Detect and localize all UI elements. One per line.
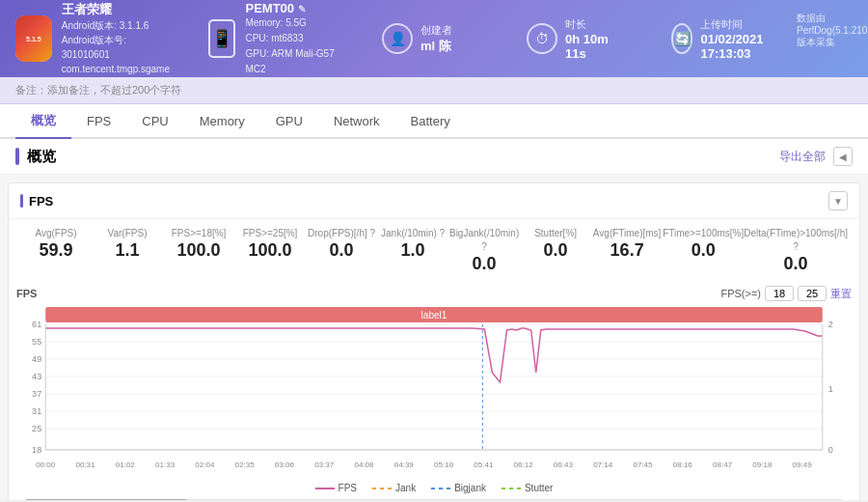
fps-title: FPS: [20, 194, 53, 209]
fps-threshold-input-1[interactable]: [765, 286, 794, 301]
svg-text:61: 61: [32, 320, 41, 329]
fps-title-text: FPS: [29, 194, 53, 209]
collapse-button[interactable]: ◀: [833, 147, 853, 166]
stat-col-value: 0.0: [663, 240, 744, 261]
device-gpu: GPU: ARM Mali-G57 MC2: [245, 46, 343, 77]
stat-col: Drop(FPS)[/h] ?0.0: [306, 227, 377, 274]
legend-stutter: Stutter: [502, 483, 553, 493]
tab-fps[interactable]: FPS: [71, 106, 126, 138]
stat-col: BigJank(/10min) ?0.0: [448, 227, 520, 274]
svg-text:06:43: 06:43: [554, 460, 574, 469]
fps-threshold-label: FPS(>=): [720, 288, 761, 299]
phone-icon: 📱: [208, 19, 235, 58]
stat-col-label: Stutter[%]: [520, 227, 591, 240]
svg-text:25: 25: [32, 424, 41, 433]
stat-col-value: 100.0: [163, 240, 234, 261]
creator-icon: 👤: [382, 23, 413, 54]
creator-label: 创建者: [420, 23, 452, 38]
fps-reset-button[interactable]: 重置: [830, 287, 852, 301]
chart-scrollbar-thumb[interactable]: [24, 499, 188, 500]
legend-stutter-line: [502, 488, 521, 489]
stat-col-value: 0.0: [448, 254, 520, 274]
stat-col: Avg(FPS)59.9: [20, 227, 92, 274]
content-area: 概览 导出全部 ◀ FPS ▼ Avg(FPS)59.9Var(FPS)1.1F…: [0, 139, 868, 500]
fps-threshold-input-2[interactable]: [798, 286, 827, 301]
svg-text:07:14: 07:14: [593, 460, 613, 469]
svg-text:09:18: 09:18: [752, 460, 773, 469]
svg-text:31: 31: [32, 406, 41, 416]
stat-col-label: BigJank(/10min) ?: [448, 227, 520, 254]
app-android-version: Android版本: 3.1.1.6: [62, 18, 170, 33]
tab-memory[interactable]: Memory: [184, 106, 260, 138]
chart-scrollbar[interactable]: [24, 499, 844, 500]
fps-chart-svg: label1 61 55 49 43: [16, 305, 852, 479]
section-title: 概览: [15, 148, 56, 166]
svg-text:00:31: 00:31: [75, 460, 95, 469]
svg-text:55: 55: [32, 337, 41, 347]
chart-fps-label: FPS: [16, 288, 37, 299]
upload-label: 上传时间: [700, 17, 777, 32]
upload-icon: 🔄: [671, 23, 692, 54]
svg-text:03:37: 03:37: [314, 460, 335, 469]
svg-text:05:10: 05:10: [434, 460, 454, 469]
export-button[interactable]: 导出全部: [779, 149, 826, 165]
duration-icon: ⏱: [527, 23, 557, 54]
legend-jank-label: Jank: [395, 483, 416, 493]
device-memory: Memory: 5.5G: [245, 15, 343, 31]
tab-gpu[interactable]: GPU: [260, 106, 318, 138]
legend-bigjank: Bigjank: [431, 483, 486, 493]
svg-text:05:41: 05:41: [474, 460, 494, 469]
tab-battery[interactable]: Battery: [395, 106, 466, 138]
stat-col-label: Avg(FTime)[ms]: [591, 227, 663, 240]
app-android-code: Android版本号: 301010601: [62, 33, 170, 62]
upload-stat: 🔄 上传时间 01/02/2021 17:13:03: [671, 17, 777, 61]
stat-col-value: 100.0: [234, 240, 306, 261]
duration-text: 时长 0h 10m 11s: [565, 17, 633, 61]
device-text-block: PEMT00 ✎ Memory: 5.5G CPU: mt6833 GPU: A…: [245, 1, 343, 77]
stat-col: Avg(FTime)[ms]16.7: [591, 227, 663, 274]
tab-network[interactable]: Network: [318, 106, 395, 138]
svg-text:03:06: 03:06: [275, 460, 295, 469]
tab-cpu[interactable]: CPU: [126, 106, 183, 138]
stat-col-value: 0.0: [520, 240, 591, 261]
section-header: 概览 导出全部 ◀: [0, 139, 868, 175]
legend-bigjank-label: Bigjank: [454, 483, 486, 493]
svg-text:37: 37: [32, 389, 41, 399]
app-name: 王者荣耀: [62, 1, 170, 18]
svg-text:04:39: 04:39: [394, 460, 415, 469]
svg-text:18: 18: [32, 445, 41, 455]
app-package: com.tencent.tmgp.sgame: [62, 62, 170, 76]
app-icon-inner: 5.1.5: [15, 15, 52, 62]
svg-text:08:16: 08:16: [673, 460, 693, 469]
upload-text: 上传时间 01/02/2021 17:13:03: [700, 17, 777, 61]
fps-chart-wrapper: label1 61 55 49 43: [16, 305, 852, 479]
notes-bar: 备注：添加备注，不超过200个字符: [0, 77, 868, 104]
duration-value: 0h 10m 11s: [565, 32, 633, 61]
stat-col: Delta(FTime)>100ms[/h] ?0.0: [744, 227, 848, 274]
stat-col-label: FPS>=25[%]: [234, 227, 306, 240]
stat-col-value: 16.7: [591, 240, 663, 261]
chart-area: FPS FPS(>=) 重置 label1: [9, 282, 859, 500]
fps-collapse-button[interactable]: ▼: [828, 191, 848, 210]
tab-overview[interactable]: 概览: [15, 104, 71, 139]
nav-tabs: 概览 FPS CPU Memory GPU Network Battery: [0, 104, 868, 139]
svg-text:09:49: 09:49: [793, 460, 813, 469]
stat-col: Jank(/10min) ?1.0: [377, 227, 448, 274]
creator-stat: 👤 创建者 ml 陈: [382, 23, 488, 55]
svg-text:43: 43: [32, 372, 41, 381]
device-edit-icon[interactable]: ✎: [298, 4, 306, 14]
stat-col: FPS>=18[%]100.0: [163, 227, 234, 274]
legend-jank-line: [372, 488, 392, 489]
stat-col-label: Delta(FTime)>100ms[/h] ?: [744, 227, 848, 254]
stat-col: Var(FPS)1.1: [92, 227, 163, 274]
legend-fps: FPS: [315, 483, 357, 493]
stat-col-label: FTime>=100ms[%]: [663, 227, 744, 240]
upload-value: 01/02/2021 17:13:03: [700, 32, 777, 61]
svg-text:07:45: 07:45: [633, 460, 653, 469]
legend-stutter-label: Stutter: [525, 483, 553, 493]
stat-col-label: FPS>=18[%]: [163, 227, 234, 240]
stat-col-value: 59.9: [20, 240, 92, 261]
fps-stats-row: Avg(FPS)59.9Var(FPS)1.1FPS>=18[%]100.0FP…: [9, 219, 859, 282]
svg-text:02:35: 02:35: [235, 460, 256, 469]
app-icon: 5.1.5: [15, 15, 52, 62]
